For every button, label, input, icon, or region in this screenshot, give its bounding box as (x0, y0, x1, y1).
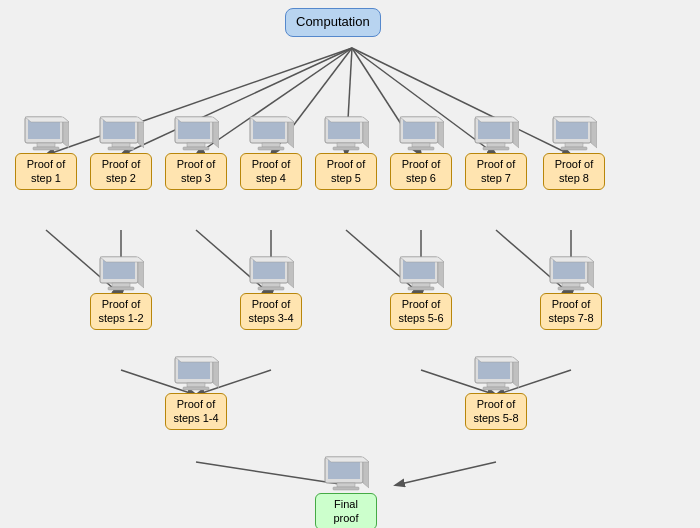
step5-label: Proof of step 5 (315, 153, 377, 190)
computer-icon (248, 115, 294, 153)
final-label: Final proof (315, 493, 377, 528)
step7-node: Proof of step 7 (465, 115, 527, 190)
step5-node: Proof of step 5 (315, 115, 377, 190)
svg-marker-27 (25, 117, 69, 122)
svg-rect-85 (408, 287, 434, 290)
svg-marker-81 (250, 257, 294, 262)
svg-rect-31 (108, 147, 134, 150)
computer-icon (398, 255, 444, 293)
svg-rect-79 (258, 287, 284, 290)
svg-marker-63 (475, 117, 519, 122)
steps34-label: Proof of steps 3-4 (240, 293, 302, 330)
svg-rect-24 (37, 143, 55, 147)
svg-rect-49 (333, 147, 359, 150)
svg-rect-54 (412, 143, 430, 147)
step7-label: Proof of step 7 (465, 153, 527, 190)
computer-icon (173, 355, 219, 393)
svg-marker-45 (250, 117, 294, 122)
svg-marker-93 (550, 257, 594, 262)
svg-rect-25 (33, 147, 59, 150)
svg-line-7 (352, 48, 571, 155)
steps12-label: Proof of steps 1-2 (90, 293, 152, 330)
computation-node: Computation (285, 8, 381, 37)
step6-node: Proof of step 6 (390, 115, 452, 190)
svg-rect-96 (187, 383, 205, 387)
computer-icon (323, 115, 369, 153)
computer-icon (473, 115, 519, 153)
computer-icon (323, 455, 369, 493)
steps12-node: Proof of steps 1-2 (90, 255, 152, 330)
svg-line-21 (396, 462, 496, 485)
computer-icon (173, 115, 219, 153)
svg-rect-73 (108, 287, 134, 290)
steps78-node: Proof of steps 7-8 (540, 255, 602, 330)
final-node: Final proof (315, 455, 377, 528)
steps58-node: Proof of steps 5-8 (465, 355, 527, 430)
step8-label: Proof of step 8 (543, 153, 605, 190)
svg-marker-105 (475, 357, 519, 362)
steps58-label: Proof of steps 5-8 (465, 393, 527, 430)
step3-node: Proof of step 3 (165, 115, 227, 190)
svg-marker-75 (100, 257, 144, 262)
step2-label: Proof of step 2 (90, 153, 152, 190)
computer-icon (248, 255, 294, 293)
svg-rect-55 (408, 147, 434, 150)
svg-marker-99 (175, 357, 219, 362)
svg-rect-61 (483, 147, 509, 150)
step4-label: Proof of step 4 (240, 153, 302, 190)
diagram-container: Computation Proof of step 1 Proof of ste… (0, 0, 700, 528)
svg-rect-84 (412, 283, 430, 287)
svg-rect-43 (258, 147, 284, 150)
computer-icon (473, 355, 519, 393)
svg-rect-97 (183, 387, 209, 390)
svg-rect-42 (262, 143, 280, 147)
svg-marker-111 (325, 457, 369, 462)
step4-node: Proof of step 4 (240, 115, 302, 190)
computer-icon (398, 115, 444, 153)
svg-rect-108 (337, 483, 355, 487)
svg-rect-78 (262, 283, 280, 287)
svg-rect-37 (183, 147, 209, 150)
computer-icon (98, 115, 144, 153)
steps14-label: Proof of steps 1-4 (165, 393, 227, 430)
svg-marker-39 (175, 117, 219, 122)
computation-label: Computation (285, 8, 381, 37)
svg-marker-69 (553, 117, 597, 122)
svg-rect-48 (337, 143, 355, 147)
steps14-node: Proof of steps 1-4 (165, 355, 227, 430)
step8-node: Proof of step 8 (543, 115, 605, 190)
svg-marker-57 (400, 117, 444, 122)
svg-rect-72 (112, 283, 130, 287)
computer-icon (548, 255, 594, 293)
svg-rect-30 (112, 143, 130, 147)
svg-rect-102 (487, 383, 505, 387)
computer-icon (98, 255, 144, 293)
svg-rect-67 (561, 147, 587, 150)
step2-node: Proof of step 2 (90, 115, 152, 190)
svg-marker-51 (325, 117, 369, 122)
steps56-label: Proof of steps 5-6 (390, 293, 452, 330)
computer-icon (23, 115, 69, 153)
steps56-node: Proof of steps 5-6 (390, 255, 452, 330)
steps78-label: Proof of steps 7-8 (540, 293, 602, 330)
svg-rect-66 (565, 143, 583, 147)
step1-node: Proof of step 1 (15, 115, 77, 190)
svg-rect-36 (187, 143, 205, 147)
steps34-node: Proof of steps 3-4 (240, 255, 302, 330)
svg-rect-90 (562, 283, 580, 287)
svg-rect-103 (483, 387, 509, 390)
step6-label: Proof of step 6 (390, 153, 452, 190)
svg-marker-33 (100, 117, 144, 122)
svg-marker-87 (400, 257, 444, 262)
step3-label: Proof of step 3 (165, 153, 227, 190)
svg-rect-109 (333, 487, 359, 490)
step1-label: Proof of step 1 (15, 153, 77, 190)
svg-rect-91 (558, 287, 584, 290)
computer-icon (551, 115, 597, 153)
svg-rect-60 (487, 143, 505, 147)
